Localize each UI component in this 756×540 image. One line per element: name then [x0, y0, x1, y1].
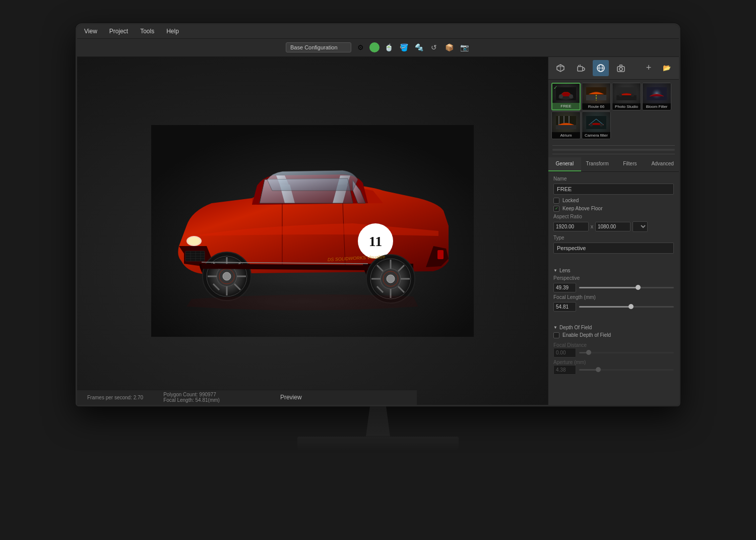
- scene-thumb-photostudio[interactable]: Photo Studio: [612, 83, 641, 110]
- panel-globe-icon[interactable]: [593, 60, 609, 76]
- scene-label-route66: Route 66: [582, 103, 610, 110]
- scene-thumb-atrium-bg: [552, 112, 580, 133]
- aperture-label: Aperture (mm): [553, 359, 674, 365]
- aspect-ratio-label: Aspect Ratio: [553, 214, 674, 219]
- panel-divider: [552, 145, 675, 146]
- focal-distance-slider-row: [553, 348, 674, 357]
- tab-advanced[interactable]: Advanced: [646, 157, 679, 171]
- scene-label-free: FREE: [552, 103, 580, 109]
- svg-rect-40: [437, 250, 444, 259]
- toolbar-box-icon[interactable]: 📦: [443, 41, 455, 53]
- focal-length-value[interactable]: [553, 302, 576, 312]
- toolbar-settings-icon[interactable]: ⚙: [354, 41, 366, 53]
- dof-checkbox[interactable]: [553, 332, 559, 338]
- svg-rect-45: [578, 67, 583, 71]
- scene-thumb-free[interactable]: ✓ FREE: [551, 83, 581, 110]
- name-input[interactable]: [553, 184, 674, 195]
- lens-section: ▼ Lens Perspective Focal Length (mm): [548, 261, 679, 318]
- scene-thumb-bloom[interactable]: Bloom Filter: [642, 83, 671, 110]
- scene-thumb-route66[interactable]: Route 66: [582, 83, 611, 110]
- name-label: Name: [553, 176, 674, 182]
- dof-enable-row: Enable Depth of Field: [553, 332, 674, 338]
- svg-point-25: [223, 272, 231, 280]
- perspective-track[interactable]: [579, 287, 674, 288]
- panel-top-actions: + 📂: [641, 60, 675, 76]
- polygon-status: Polygon Count: 990977: [163, 392, 220, 397]
- menu-view[interactable]: View: [82, 27, 99, 36]
- dof-header[interactable]: ▼ Depth Of Field: [553, 325, 674, 330]
- dof-arrow: ▼: [553, 325, 557, 330]
- fps-status: Frames per second: 2.70: [87, 395, 143, 400]
- svg-point-73: [600, 124, 603, 127]
- car-image: 11: [77, 57, 548, 405]
- panel-add-icon[interactable]: +: [641, 60, 657, 76]
- locked-checkbox[interactable]: [553, 198, 559, 204]
- viewport[interactable]: 11: [77, 57, 548, 405]
- toolbar-bucket-icon[interactable]: 🪣: [398, 41, 410, 53]
- panel-folder-icon[interactable]: 📂: [659, 60, 675, 76]
- tab-transform[interactable]: Transform: [581, 157, 614, 171]
- aspect-x-separator: x: [591, 224, 593, 229]
- scene-thumbs: ✓ FREE: [548, 80, 679, 142]
- toolbar-rotate-icon[interactable]: ↺: [428, 41, 440, 53]
- scene-thumb-atrium[interactable]: Atrium: [551, 111, 581, 139]
- perspective-label: Perspective: [553, 275, 674, 281]
- aspect-height-input[interactable]: [595, 222, 631, 231]
- right-panel: + 📂: [548, 57, 679, 405]
- focal-length-slider-row: [553, 302, 674, 312]
- monitor-bezel: View Project Tools Help ⚙ 🍵 🪣 🔩 ↺ 📦 📷: [76, 23, 680, 406]
- svg-point-52: [619, 68, 622, 71]
- toolbar-circle-icon[interactable]: [369, 42, 380, 52]
- menu-project[interactable]: Project: [107, 27, 130, 36]
- lens-header[interactable]: ▼ Lens: [553, 268, 674, 273]
- svg-rect-71: [586, 116, 606, 129]
- content-area: 11: [77, 57, 679, 405]
- panel-camera-icon[interactable]: [613, 60, 629, 76]
- focal-distance-thumb: [586, 350, 591, 355]
- toolbar-tea-icon[interactable]: 🍵: [383, 41, 395, 53]
- toolbar-bolt-icon[interactable]: 🔩: [413, 41, 425, 53]
- aspect-dropdown[interactable]: ▼: [633, 221, 648, 232]
- toolbar-camera-icon[interactable]: 📷: [458, 41, 470, 53]
- menu-tools[interactable]: Tools: [138, 27, 156, 36]
- svg-rect-70: [556, 125, 576, 129]
- dof-enable-label: Enable Depth of Field: [562, 332, 611, 338]
- aperture-slider-row: [553, 365, 674, 375]
- monitor-base: [297, 437, 459, 451]
- svg-point-72: [590, 124, 593, 127]
- keep-above-floor-label: Keep Above Floor: [562, 206, 603, 211]
- scene-thumb-camera[interactable]: Camera filter: [582, 111, 611, 139]
- focal-length-thumb[interactable]: [628, 304, 634, 309]
- svg-point-65: [651, 88, 663, 100]
- perspective-slider-row: [553, 283, 674, 292]
- monitor-screen: View Project Tools Help ⚙ 🍵 🪣 🔩 ↺ 📦 📷: [77, 25, 679, 405]
- general-section: Name Locked ✓ Keep Above Floor Aspect Ra…: [548, 172, 679, 261]
- menu-help[interactable]: Help: [164, 27, 181, 36]
- scene-thumb-bloom-bg: [643, 83, 671, 104]
- locked-row: Locked: [553, 198, 674, 204]
- panel-cube-icon[interactable]: [552, 60, 569, 76]
- status-bar: Frames per second: 2.70 Polygon Count: 9…: [77, 390, 417, 405]
- car-svg: 11: [151, 125, 474, 337]
- perspective-thumb[interactable]: [636, 285, 641, 290]
- keep-above-floor-checkbox[interactable]: ✓: [553, 206, 559, 212]
- scene-thumb-route66-bg: [582, 83, 610, 104]
- dof-section: ▼ Depth Of Field Enable Depth of Field F…: [548, 318, 679, 381]
- tab-filters[interactable]: Filters: [614, 157, 647, 171]
- config-dropdown[interactable]: [286, 42, 351, 52]
- type-input[interactable]: [553, 243, 674, 254]
- focal-length-track[interactable]: [579, 306, 674, 308]
- panel-tabs: General Transform Filters Advanced: [548, 157, 679, 172]
- scene-label-photostudio: Photo Studio: [612, 103, 641, 110]
- tab-general[interactable]: General: [548, 157, 581, 171]
- svg-point-55: [559, 94, 563, 98]
- scene-label-atrium: Atrium: [552, 132, 580, 139]
- panel-mug-icon[interactable]: [573, 60, 589, 76]
- perspective-value[interactable]: [553, 283, 576, 292]
- aspect-width-input[interactable]: [553, 222, 589, 231]
- scene-thumb-camera-bg: [582, 112, 610, 133]
- locked-label: Locked: [562, 198, 579, 203]
- aperture-value: [553, 365, 576, 375]
- scene-label-camera: Camera filter: [582, 132, 610, 139]
- aspect-ratio-row: x ▼: [553, 221, 674, 232]
